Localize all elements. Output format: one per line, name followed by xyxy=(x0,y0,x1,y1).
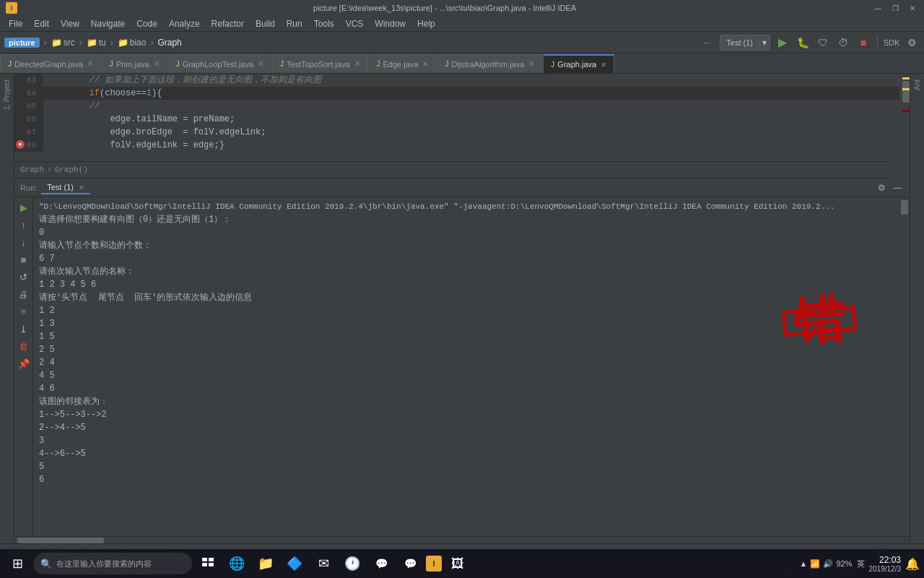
project-badge[interactable]: picture xyxy=(4,38,40,48)
search-placeholder: 在这里输入你要搜索的内容 xyxy=(56,558,152,569)
toolbar: picture › 📁 src › 📁 tu › 📁 biao › Graph … xyxy=(0,32,924,53)
code-line-68: ● 68 folV.edgeLink = edge;} xyxy=(14,139,899,152)
breadcrumb-biao-label[interactable]: biao xyxy=(130,38,147,48)
taskbar-photos[interactable]: 🖼 xyxy=(445,551,471,577)
run-config-group: Test (1) ▾ xyxy=(720,35,770,51)
run-pin-button[interactable]: 📌 xyxy=(17,356,31,371)
run-with-coverage-button[interactable]: 🛡 xyxy=(815,35,831,51)
menu-window[interactable]: Window xyxy=(369,17,411,30)
stop-button[interactable]: ■ xyxy=(855,35,871,51)
menu-vcs[interactable]: VCS xyxy=(340,17,370,30)
taskbar-mail[interactable]: ✉ xyxy=(310,551,336,577)
run-play-button[interactable]: ▶ xyxy=(17,200,31,215)
run-collapse-button[interactable]: — xyxy=(891,181,904,194)
tab-close-prim[interactable]: ✕ xyxy=(154,60,160,68)
maximize-button[interactable]: ❐ xyxy=(889,2,901,14)
tab-dijstra[interactable]: J DijstraAlgorithm.java ✕ xyxy=(437,54,542,73)
taskbar-edge[interactable]: 🌐 xyxy=(224,551,250,577)
editor-scrollbar[interactable] xyxy=(899,74,910,178)
taskbar-idea[interactable]: I xyxy=(426,556,442,571)
run-up-button[interactable]: ↑ xyxy=(17,217,31,232)
tab-close-graphlooptest[interactable]: ✕ xyxy=(258,60,263,68)
breadcrumb-graph-label[interactable]: Graph xyxy=(157,38,181,48)
profile-button[interactable]: ⏱ xyxy=(835,35,851,51)
folder-icon-src: 📁 xyxy=(51,38,62,48)
breakpoint-icon[interactable]: ● xyxy=(16,140,25,149)
menu-view[interactable]: View xyxy=(55,17,85,30)
run-tab-close[interactable]: ✕ xyxy=(79,184,84,191)
run-settings-button[interactable]: ⚙ xyxy=(875,181,888,194)
menu-refactor[interactable]: Refactor xyxy=(206,17,250,30)
taskbar-search[interactable]: 🔍 在这里输入你要搜索的内容 xyxy=(33,553,192,574)
menu-build[interactable]: Build xyxy=(250,17,281,30)
menu-code[interactable]: Code xyxy=(131,17,163,30)
start-button[interactable]: ⊞ xyxy=(4,551,30,577)
app-icon: I xyxy=(6,2,17,14)
code-editor[interactable]: 63 // 如果加上下面这段，则创建的是无向图，不加则是有向图 64 if(ch… xyxy=(14,74,899,178)
ant-panel-label[interactable]: Ant xyxy=(912,74,923,96)
back-nav-button[interactable]: ← xyxy=(699,35,715,51)
menu-navigate[interactable]: Navigate xyxy=(85,17,131,30)
tab-graph[interactable]: J Graph.java ✕ xyxy=(543,54,614,73)
run-horizontal-scrollbar[interactable] xyxy=(14,536,910,543)
sdk-button[interactable]: SDK xyxy=(884,35,899,51)
close-button[interactable]: ✕ xyxy=(907,2,918,14)
taskbar-time[interactable]: 22:03 2019/12/3 xyxy=(869,555,902,573)
wifi-icon: 📶 xyxy=(810,559,820,569)
menu-tools[interactable]: Tools xyxy=(308,17,340,30)
run-stop-button[interactable]: ■ xyxy=(17,252,31,267)
project-panel-label[interactable]: 1: Project xyxy=(1,74,12,116)
tab-testtoposort[interactable]: J TestTopoSort.java ✕ xyxy=(272,54,367,73)
menu-file[interactable]: File xyxy=(3,17,28,30)
taskbar-taskview[interactable] xyxy=(195,551,221,577)
tab-edge[interactable]: J Edge.java ✕ xyxy=(369,54,437,73)
run-down-button[interactable]: ↓ xyxy=(17,235,31,249)
tab-directedgraph[interactable]: J DirectedGraph.java ✕ xyxy=(0,54,101,73)
settings-button[interactable]: ⚙ xyxy=(904,35,920,51)
svg-rect-2 xyxy=(202,563,207,566)
menu-help[interactable]: Help xyxy=(411,17,441,30)
tab-graphlooptest[interactable]: J GraphLoopTest.java ✕ xyxy=(168,54,271,73)
breadcrumb-class[interactable]: Graph xyxy=(20,165,44,174)
tab-close-testtoposort[interactable]: ✕ xyxy=(354,60,360,68)
scrollbar-thumb[interactable] xyxy=(902,81,910,103)
taskbar-clock[interactable]: 🕐 xyxy=(339,551,365,577)
run-output-line-16: 1-->5-->3-->2 xyxy=(39,408,894,421)
tab-close-dijstra[interactable]: ✕ xyxy=(528,60,534,68)
tab-close-edge[interactable]: ✕ xyxy=(422,60,428,68)
run-output-area[interactable]: "D:\LenvoQMDownload\SoftMgr\IntelliJ IDE… xyxy=(33,197,899,536)
tab-close-directedgraph[interactable]: ✕ xyxy=(87,60,93,68)
breadcrumb-tu-label[interactable]: tu xyxy=(99,38,106,48)
run-clear-button[interactable]: 🗑 xyxy=(17,339,31,353)
breadcrumb-src-label[interactable]: src xyxy=(64,38,75,48)
run-tab-test1[interactable]: Test (1) ✕ xyxy=(41,181,90,194)
taskbar-app1[interactable]: 💬 xyxy=(368,551,394,577)
run-print-button[interactable]: 🖨 xyxy=(17,287,31,301)
breadcrumb-method[interactable]: Graph() xyxy=(55,165,88,174)
minimize-button[interactable]: — xyxy=(872,2,884,14)
taskbar-ie[interactable]: 🔷 xyxy=(282,551,308,577)
taskbar-explorer[interactable]: 📁 xyxy=(253,551,279,577)
taskbar-app2[interactable]: 💬 xyxy=(397,551,423,577)
run-scrollbar[interactable] xyxy=(899,197,910,536)
tab-prim[interactable]: J Prim.java ✕ xyxy=(102,54,167,73)
run-rerun-button[interactable]: ↺ xyxy=(17,269,31,284)
run-scroll-end-button[interactable]: ⤓ xyxy=(17,322,31,336)
menu-edit[interactable]: Edit xyxy=(28,17,55,30)
menu-run[interactable]: Run xyxy=(281,17,308,30)
run-button[interactable]: ▶ xyxy=(775,35,790,51)
ime-indicator[interactable]: 英 xyxy=(857,558,865,569)
run-scrollbar-thumb[interactable] xyxy=(901,200,908,215)
run-output-line-13: 4 5 xyxy=(39,369,894,382)
run-hscroll-thumb[interactable] xyxy=(17,538,104,543)
run-panel-header: Run: Test (1) ✕ ⚙ — xyxy=(14,178,910,197)
search-icon: 🔍 xyxy=(40,558,52,569)
notification-icon[interactable]: 🔔 xyxy=(905,557,920,571)
run-config-dropdown[interactable]: ▾ xyxy=(759,38,770,48)
run-output-line-17: 2-->4-->5 xyxy=(39,421,894,434)
line-content-64: if(choose==1){ xyxy=(43,87,899,100)
menu-analyze[interactable]: Analyze xyxy=(163,17,206,30)
run-filter-button[interactable]: ≡ xyxy=(17,304,31,319)
debug-button[interactable]: 🐛 xyxy=(795,35,811,51)
tab-close-graph[interactable]: ✕ xyxy=(601,61,606,69)
